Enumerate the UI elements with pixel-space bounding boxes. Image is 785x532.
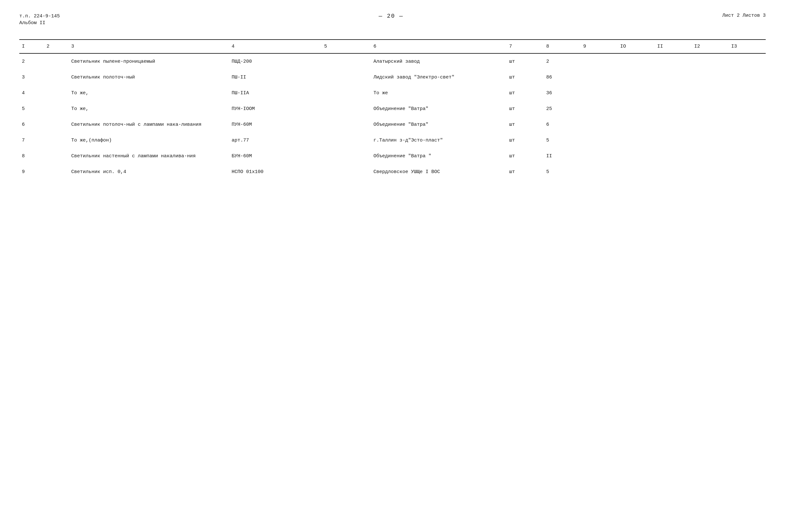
cell-row8-col12 bbox=[692, 164, 729, 180]
cell-row5-col13 bbox=[729, 117, 766, 132]
col-header-3: 3 bbox=[69, 40, 229, 53]
cell-row6-col13 bbox=[729, 132, 766, 148]
cell-row3-col11 bbox=[655, 85, 692, 101]
cell-row5-col2 bbox=[44, 117, 69, 132]
cell-row7-col7: шт bbox=[507, 148, 543, 164]
cell-row3-col4: ПШ-IIA bbox=[229, 85, 322, 101]
cell-row3-col1: 4 bbox=[19, 85, 44, 101]
cell-row5-col4: ПУН-60М bbox=[229, 117, 322, 132]
cell-row5-col6: Объединение "Ватра" bbox=[371, 117, 507, 132]
cell-row1-col2 bbox=[44, 53, 69, 70]
cell-row1-col8: 2 bbox=[543, 53, 580, 70]
cell-row3-col8: 36 bbox=[543, 85, 580, 101]
cell-row7-col13 bbox=[729, 148, 766, 164]
cell-row6-col11 bbox=[655, 132, 692, 148]
cell-row4-col12 bbox=[692, 101, 729, 117]
cell-row5-col11 bbox=[655, 117, 692, 132]
cell-row2-col10 bbox=[618, 70, 655, 85]
cell-row7-col8: II bbox=[543, 148, 580, 164]
cell-row2-col2 bbox=[44, 70, 69, 85]
col-header-1: I bbox=[19, 40, 44, 53]
cell-row2-col13 bbox=[729, 70, 766, 85]
cell-row6-col10 bbox=[618, 132, 655, 148]
cell-row5-col5 bbox=[322, 117, 371, 132]
cell-row2-col5 bbox=[322, 70, 371, 85]
col-header-2: 2 bbox=[44, 40, 69, 53]
cell-row7-col3: Светильник настенный с лампами накалива-… bbox=[69, 148, 229, 164]
cell-row7-col11 bbox=[655, 148, 692, 164]
cell-row2-col11 bbox=[655, 70, 692, 85]
cell-row6-col9 bbox=[580, 132, 617, 148]
cell-row3-col13 bbox=[729, 85, 766, 101]
cell-row1-col12 bbox=[692, 53, 729, 70]
table-header-row: I 2 3 4 5 6 7 8 9 IO II I2 I3 bbox=[19, 40, 766, 53]
cell-row7-col5 bbox=[322, 148, 371, 164]
header-left: т.п. 224-9-145 Альбом II bbox=[19, 13, 60, 26]
cell-row3-col10 bbox=[618, 85, 655, 101]
cell-row3-col3: То же, bbox=[69, 85, 229, 101]
cell-row6-col7: шт bbox=[507, 132, 543, 148]
col-header-6: 6 bbox=[371, 40, 507, 53]
cell-row3-col5 bbox=[322, 85, 371, 101]
cell-row8-col11 bbox=[655, 164, 692, 180]
cell-row6-col2 bbox=[44, 132, 69, 148]
sheet-info: Лист 2 Листов 3 bbox=[722, 13, 766, 18]
table-row: 7То же,(плафон)арт.77г.Таллин з-д"Эсто-п… bbox=[19, 132, 766, 148]
cell-row2-col6: Лидский завод "Электро-свет" bbox=[371, 70, 507, 85]
cell-row8-col3: Светильник исп. 0,4 bbox=[69, 164, 229, 180]
cell-row6-col4: арт.77 bbox=[229, 132, 322, 148]
cell-row8-col2 bbox=[44, 164, 69, 180]
cell-row4-col13 bbox=[729, 101, 766, 117]
col-header-5: 5 bbox=[322, 40, 371, 53]
table-row: 9Светильник исп. 0,4НСПО 01х100Свердловс… bbox=[19, 164, 766, 180]
cell-row5-col7: шт bbox=[507, 117, 543, 132]
cell-row7-col10 bbox=[618, 148, 655, 164]
cell-row5-col3: Светильник потолоч-ный с лампами нака-ли… bbox=[69, 117, 229, 132]
cell-row7-col12 bbox=[692, 148, 729, 164]
col-header-12: I2 bbox=[692, 40, 729, 53]
table-row: 2Светильник пылене-проницаемыйПШД-200Ала… bbox=[19, 53, 766, 70]
table-row: 6Светильник потолоч-ный с лампами нака-л… bbox=[19, 117, 766, 132]
cell-row4-col7: шт bbox=[507, 101, 543, 117]
cell-row5-col12 bbox=[692, 117, 729, 132]
cell-row6-col1: 7 bbox=[19, 132, 44, 148]
doc-number: т.п. 224-9-145 bbox=[19, 13, 60, 20]
cell-row7-col6: Объединение "Ватра " bbox=[371, 148, 507, 164]
page-header: т.п. 224-9-145 Альбом II — 20 — Лист 2 Л… bbox=[19, 13, 766, 26]
cell-row1-col5 bbox=[322, 53, 371, 70]
cell-row1-col1: 2 bbox=[19, 53, 44, 70]
col-header-11: II bbox=[655, 40, 692, 53]
col-header-7: 7 bbox=[507, 40, 543, 53]
cell-row4-col8: 25 bbox=[543, 101, 580, 117]
cell-row2-col8: 86 bbox=[543, 70, 580, 85]
cell-row5-col9 bbox=[580, 117, 617, 132]
cell-row8-col6: Свердловское УШЩе I ВОС bbox=[371, 164, 507, 180]
col-header-4: 4 bbox=[229, 40, 322, 53]
cell-row2-col1: 3 bbox=[19, 70, 44, 85]
cell-row6-col3: То же,(плафон) bbox=[69, 132, 229, 148]
cell-row6-col12 bbox=[692, 132, 729, 148]
cell-row4-col11 bbox=[655, 101, 692, 117]
table-row: 4То же,ПШ-IIAТо жешт36 bbox=[19, 85, 766, 101]
cell-row4-col1: 5 bbox=[19, 101, 44, 117]
cell-row5-col10 bbox=[618, 117, 655, 132]
cell-row3-col7: шт bbox=[507, 85, 543, 101]
cell-row1-col3: Светильник пылене-проницаемый bbox=[69, 53, 229, 70]
cell-row4-col4: ПУН-IOOM bbox=[229, 101, 322, 117]
cell-row4-col9 bbox=[580, 101, 617, 117]
cell-row3-col2 bbox=[44, 85, 69, 101]
cell-row5-col1: 6 bbox=[19, 117, 44, 132]
album-number: Альбом II bbox=[19, 20, 60, 26]
col-header-9: 9 bbox=[580, 40, 617, 53]
cell-row7-col1: 8 bbox=[19, 148, 44, 164]
cell-row8-col4: НСПО 01х100 bbox=[229, 164, 322, 180]
cell-row8-col8: 5 bbox=[543, 164, 580, 180]
cell-row1-col6: Алатырский завод bbox=[371, 53, 507, 70]
cell-row8-col5 bbox=[322, 164, 371, 180]
cell-row7-col9 bbox=[580, 148, 617, 164]
cell-row3-col6: То же bbox=[371, 85, 507, 101]
cell-row1-col10 bbox=[618, 53, 655, 70]
col-header-10: IO bbox=[618, 40, 655, 53]
cell-row4-col5 bbox=[322, 101, 371, 117]
main-table: I 2 3 4 5 6 7 8 9 IO II I2 I3 2Светильни… bbox=[19, 39, 766, 180]
